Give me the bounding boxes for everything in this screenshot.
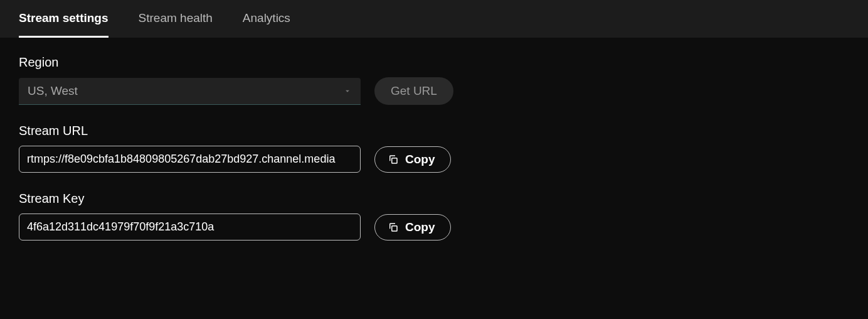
svg-rect-1	[392, 225, 397, 230]
copy-button-label: Copy	[405, 220, 435, 234]
region-label: Region	[19, 55, 849, 70]
copy-stream-key-button[interactable]: Copy	[374, 214, 451, 241]
stream-key-label: Stream Key	[19, 192, 849, 206]
stream-key-input[interactable]	[19, 214, 361, 241]
tab-stream-settings[interactable]: Stream settings	[19, 0, 109, 38]
copy-stream-url-button[interactable]: Copy	[374, 146, 451, 173]
tab-bar: Stream settings Stream health Analytics	[0, 0, 868, 38]
tab-analytics[interactable]: Analytics	[243, 0, 290, 38]
get-url-button[interactable]: Get URL	[374, 77, 453, 105]
copy-icon	[388, 222, 399, 233]
stream-settings-panel: Region US, West Get URL Stream URL Copy …	[0, 38, 868, 277]
stream-url-input[interactable]	[19, 146, 361, 173]
copy-icon	[388, 154, 399, 165]
tab-stream-health[interactable]: Stream health	[139, 0, 213, 38]
stream-url-label: Stream URL	[19, 124, 849, 138]
copy-button-label: Copy	[405, 153, 435, 166]
region-select[interactable]: US, West	[19, 78, 361, 105]
svg-rect-0	[392, 158, 397, 163]
region-select-wrap: US, West	[19, 78, 361, 105]
